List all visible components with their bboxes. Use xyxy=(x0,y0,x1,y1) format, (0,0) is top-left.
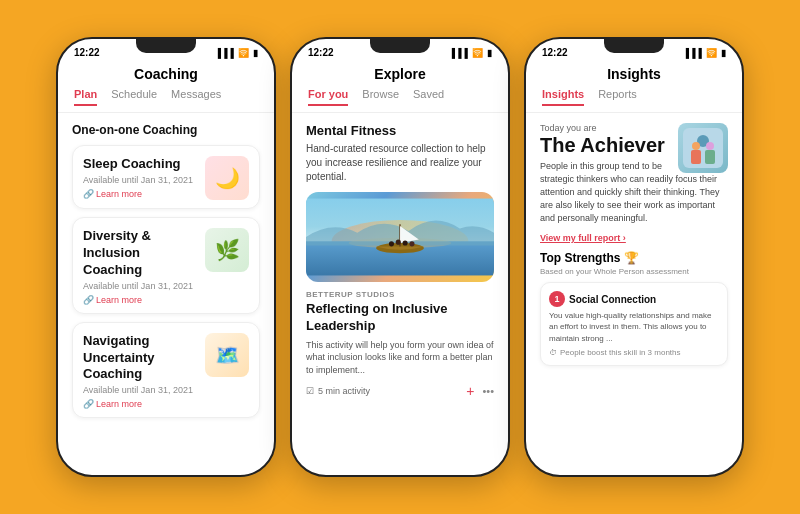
article-title: Reflecting on Inclusive Leadership xyxy=(306,301,494,335)
svg-point-6 xyxy=(389,241,394,246)
explore-footer: ☑ 5 min activity + ••• xyxy=(306,383,494,399)
battery-icon-3: ▮ xyxy=(721,48,726,58)
activity-duration: 5 min activity xyxy=(318,386,370,396)
achiever-avatar xyxy=(678,123,728,173)
view-report-link[interactable]: View my full report › xyxy=(540,233,728,243)
signal-icon-3: ▐▐▐ xyxy=(683,48,702,58)
more-icon[interactable]: ••• xyxy=(482,385,494,397)
coaching-card-diversity-text: Diversity & Inclusion Coaching Available… xyxy=(83,228,197,305)
coaching-card-sleep-text: Sleep Coaching Available until Jan 31, 2… xyxy=(83,156,197,199)
svg-rect-13 xyxy=(705,150,715,164)
diversity-title: Diversity & Inclusion Coaching xyxy=(83,228,197,279)
strengths-section: Top Strengths 🏆 Based on your Whole Pers… xyxy=(540,251,728,366)
wifi-icon-3: 🛜 xyxy=(706,48,717,58)
phone-content-3: Today you are The Achiever People in thi… xyxy=(526,113,742,475)
coaching-card-sleep[interactable]: Sleep Coaching Available until Jan 31, 2… xyxy=(72,145,260,209)
nav-learn-more[interactable]: 🔗 Learn more xyxy=(83,399,197,409)
phone-tabs-2: For you Browse Saved xyxy=(292,88,508,113)
svg-point-9 xyxy=(409,241,414,246)
svg-point-7 xyxy=(396,240,401,245)
wifi-icon-1: 🛜 xyxy=(238,48,249,58)
phones-container: 12:22 ▐▐▐ 🛜 ▮ Coaching Plan Schedule Mes… xyxy=(36,17,764,497)
phone-explore: 12:22 ▐▐▐ 🛜 ▮ Explore For you Browse Sav… xyxy=(290,37,510,477)
diversity-illustration: 🌿 xyxy=(205,228,249,272)
svg-point-14 xyxy=(692,142,700,150)
person-icon-1: 🔗 xyxy=(83,189,94,199)
activity-badge: ☑ 5 min activity xyxy=(306,386,370,396)
activity-action-icons: + ••• xyxy=(466,383,494,399)
phone-tabs-3: Insights Reports xyxy=(526,88,742,113)
battery-icon-1: ▮ xyxy=(253,48,258,58)
section-title-1: One-on-one Coaching xyxy=(72,123,260,137)
wifi-icon-2: 🛜 xyxy=(472,48,483,58)
strengths-sub: Based on your Whole Person assessment xyxy=(540,267,728,276)
strength-footer-1: ⏱ People boost this skill in 3 months xyxy=(549,348,719,357)
tab-foryou[interactable]: For you xyxy=(308,88,348,106)
phone-header-1: Coaching xyxy=(58,62,274,88)
sleep-title: Sleep Coaching xyxy=(83,156,197,173)
nav-sub: Available until Jan 31, 2021 xyxy=(83,385,197,395)
tab-plan[interactable]: Plan xyxy=(74,88,97,106)
tab-messages[interactable]: Messages xyxy=(171,88,221,106)
svg-rect-10 xyxy=(683,128,723,168)
svg-point-15 xyxy=(706,142,714,150)
diversity-sub: Available until Jan 31, 2021 xyxy=(83,281,197,291)
coaching-card-nav[interactable]: Navigating Uncertainty Coaching Availabl… xyxy=(72,322,260,419)
phone-insights: 12:22 ▐▐▐ 🛜 ▮ Insights Insights Reports xyxy=(524,37,744,477)
add-icon[interactable]: + xyxy=(466,383,474,399)
clock-icon-1: ⏱ xyxy=(549,348,557,357)
phone-tabs-1: Plan Schedule Messages xyxy=(58,88,274,113)
svg-rect-12 xyxy=(691,150,701,164)
person-icon-2: 🔗 xyxy=(83,295,94,305)
phone-header-2: Explore xyxy=(292,62,508,88)
battery-icon-2: ▮ xyxy=(487,48,492,58)
tab-reports[interactable]: Reports xyxy=(598,88,637,106)
svg-point-8 xyxy=(403,240,408,245)
strength-desc-1: You value high-quality relationships and… xyxy=(549,310,719,344)
phone-content-1: One-on-one Coaching Sleep Coaching Avail… xyxy=(58,113,274,475)
tab-browse[interactable]: Browse xyxy=(362,88,399,106)
tab-insights[interactable]: Insights xyxy=(542,88,584,106)
tab-saved[interactable]: Saved xyxy=(413,88,444,106)
phone-notch xyxy=(136,39,196,53)
phone-notch-2 xyxy=(370,39,430,53)
sleep-sub: Available until Jan 31, 2021 xyxy=(83,175,197,185)
sleep-learn-more[interactable]: 🔗 Learn more xyxy=(83,189,197,199)
strength-title-1: 1 Social Connection xyxy=(549,291,719,307)
signal-icon-2: ▐▐▐ xyxy=(449,48,468,58)
mental-fitness-title: Mental Fitness xyxy=(306,123,494,138)
phone-coaching: 12:22 ▐▐▐ 🛜 ▮ Coaching Plan Schedule Mes… xyxy=(56,37,276,477)
checkbox-icon: ☑ xyxy=(306,386,314,396)
explore-hero-image xyxy=(306,192,494,282)
article-desc: This activity will help you form your ow… xyxy=(306,339,494,377)
signal-icon-1: ▐▐▐ xyxy=(215,48,234,58)
status-icons-1: ▐▐▐ 🛜 ▮ xyxy=(215,48,258,58)
sleep-illustration: 🌙 xyxy=(205,156,249,200)
status-time-2: 12:22 xyxy=(308,47,334,58)
mental-fitness-desc: Hand-curated resource collection to help… xyxy=(306,142,494,184)
phone-notch-3 xyxy=(604,39,664,53)
coaching-card-nav-text: Navigating Uncertainty Coaching Availabl… xyxy=(83,333,197,410)
status-icons-2: ▐▐▐ 🛜 ▮ xyxy=(449,48,492,58)
strength-card-1: 1 Social Connection You value high-quali… xyxy=(540,282,728,366)
diversity-learn-more[interactable]: 🔗 Learn more xyxy=(83,295,197,305)
achiever-section: Today you are The Achiever People in thi… xyxy=(540,123,728,229)
status-time-1: 12:22 xyxy=(74,47,100,58)
phone-content-2: Mental Fitness Hand-curated resource col… xyxy=(292,113,508,475)
person-icon-3: 🔗 xyxy=(83,399,94,409)
strengths-title: Top Strengths 🏆 xyxy=(540,251,728,265)
nav-title: Navigating Uncertainty Coaching xyxy=(83,333,197,384)
phone-header-3: Insights xyxy=(526,62,742,88)
nav-illustration: 🗺️ xyxy=(205,333,249,377)
status-time-3: 12:22 xyxy=(542,47,568,58)
coaching-card-diversity[interactable]: Diversity & Inclusion Coaching Available… xyxy=(72,217,260,314)
strength-num-1: 1 xyxy=(549,291,565,307)
tab-schedule[interactable]: Schedule xyxy=(111,88,157,106)
status-icons-3: ▐▐▐ 🛜 ▮ xyxy=(683,48,726,58)
betterup-label: BetterUp Studios xyxy=(306,290,494,299)
